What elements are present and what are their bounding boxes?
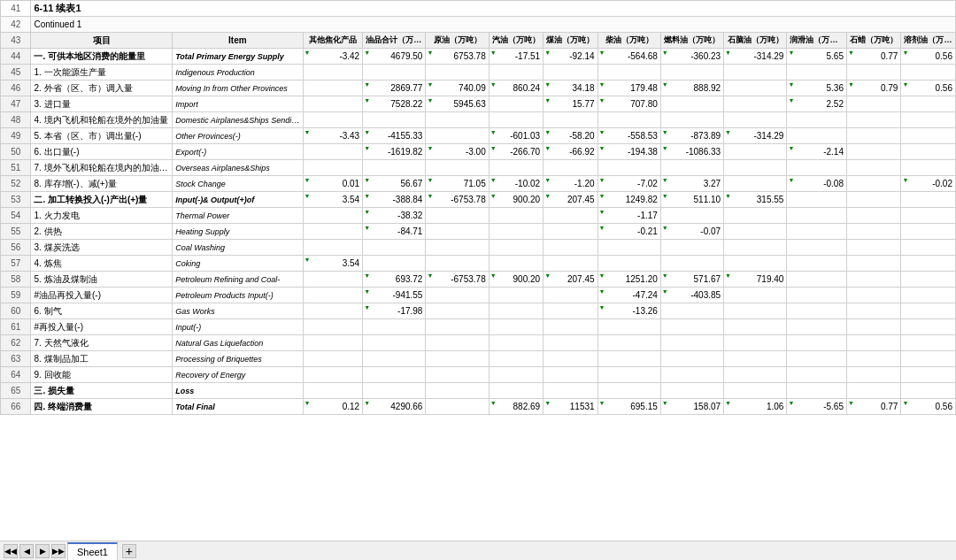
data-cell: [724, 65, 787, 81]
item-en: Recovery of Energy: [173, 367, 303, 383]
item-cn: 3. 煤炭洗选: [31, 240, 173, 256]
data-cell: [544, 208, 598, 224]
data-cell: [724, 240, 787, 256]
table-row: 528. 库存增(-)、减(+)量Stock Change0.01▼56.67▼…: [1, 176, 956, 192]
title-cell: 6-11 续表1: [31, 1, 956, 17]
nav-last-button[interactable]: ▶▶: [51, 544, 66, 558]
data-cell: [724, 144, 787, 160]
data-cell: [901, 192, 956, 208]
table-row: 462. 外省（区、市）调入量Moving In from Other Prov…: [1, 81, 956, 96]
data-cell: -3.43▼: [303, 128, 363, 144]
item-en: Coking: [173, 256, 303, 272]
data-cell: 1.06▼: [724, 399, 787, 415]
data-cell: 3.54▼: [303, 192, 363, 208]
col-header-crude-oil: 原油（万吨）: [426, 33, 489, 49]
data-cell: [787, 240, 847, 256]
item-en: Petroleum Products Input(-): [173, 288, 303, 303]
data-cell: [724, 208, 787, 224]
data-cell: [426, 288, 489, 303]
data-cell: [426, 367, 489, 383]
data-cell: [846, 128, 900, 144]
data-cell: [426, 319, 489, 335]
data-cell: [303, 144, 363, 160]
data-cell: -564.68▼: [598, 49, 660, 65]
row-number-header: 43: [1, 33, 31, 49]
data-cell: [363, 240, 426, 256]
sheet-tab-label: Sheet1: [77, 547, 108, 557]
data-cell: [660, 240, 723, 256]
data-cell: [489, 112, 543, 128]
row-number: 47: [1, 96, 31, 112]
data-cell: [426, 224, 489, 240]
data-cell: [426, 351, 489, 367]
data-cell: [846, 383, 900, 399]
item-en: Input(-)& Output(+)of: [173, 192, 303, 208]
data-cell: 707.80▼: [598, 96, 660, 112]
data-cell: 34.18▼: [544, 81, 598, 96]
row-number: 45: [1, 65, 31, 81]
data-cell: 0.77▼: [846, 399, 900, 415]
table-row: 61 #再投入量(-)Input(-): [1, 319, 956, 335]
data-cell: [363, 65, 426, 81]
data-cell: 6753.78▼: [426, 49, 489, 65]
data-cell: [489, 367, 543, 383]
item-cn: 5. 炼油及煤制油: [31, 272, 173, 288]
data-cell: -6753.78▼: [426, 192, 489, 208]
data-cell: -3.00▼: [426, 144, 489, 160]
row-number: 64: [1, 367, 31, 383]
data-cell: 882.69▼: [489, 399, 543, 415]
nav-first-button[interactable]: ◀◀: [4, 544, 18, 558]
item-en: Input(-): [173, 319, 303, 335]
data-cell: [724, 160, 787, 176]
data-cell: [426, 383, 489, 399]
data-cell: -314.29▼: [724, 49, 787, 65]
data-cell: 0.56▼: [901, 81, 956, 96]
data-cell: -403.85▼: [660, 288, 723, 303]
data-cell: [426, 335, 489, 351]
nav-prev-button[interactable]: ◀: [19, 544, 34, 558]
header-row: 43 项目 Item 其他焦化产品 油品合计（万吨） 原油（万吨） 汽油（万吨）…: [1, 33, 956, 49]
data-cell: [363, 335, 426, 351]
table-row: 506. 出口量(-)Export(-)-1619.82▼-3.00▼-266.…: [1, 144, 956, 160]
col-header-oil-total: 油品合计（万吨）: [363, 33, 426, 49]
data-cell: [846, 272, 900, 288]
sheet-tab-sheet1[interactable]: Sheet1: [67, 542, 118, 560]
data-cell: 71.05▼: [426, 176, 489, 192]
item-cn: 7. 境外飞机和轮船在境内的加油量(-): [31, 160, 173, 176]
data-cell: -17.51▼: [489, 49, 543, 65]
data-cell: [426, 65, 489, 81]
data-cell: [724, 224, 787, 240]
data-cell: -1619.82▼: [363, 144, 426, 160]
data-cell: [787, 224, 847, 240]
data-cell: [660, 208, 723, 224]
item-cn: #再投入量(-): [31, 319, 173, 335]
data-cell: [303, 288, 363, 303]
item-cn: 1. 一次能源生产量: [31, 65, 173, 81]
data-cell: [544, 224, 598, 240]
data-cell: [544, 65, 598, 81]
data-cell: [303, 335, 363, 351]
data-cell: [363, 383, 426, 399]
data-cell: [660, 335, 723, 351]
data-cell: [787, 303, 847, 319]
table-row: 66四. 终端消费量Total Final0.12▼4290.66▼882.69…: [1, 399, 956, 415]
data-cell: [901, 351, 956, 367]
data-cell: [598, 160, 660, 176]
data-cell: [846, 335, 900, 351]
data-cell: [724, 303, 787, 319]
row-number: 60: [1, 303, 31, 319]
row-number: 56: [1, 240, 31, 256]
table-row: 585. 炼油及煤制油Petroleum Refining and Coal-6…: [1, 272, 956, 288]
table-row: 541. 火力发电Thermal Power-38.32▼-1.17▼: [1, 208, 956, 224]
data-cell: [544, 112, 598, 128]
item-en: Natural Gas Liquefaction: [173, 335, 303, 351]
add-sheet-button[interactable]: +: [122, 544, 136, 558]
nav-next-button[interactable]: ▶: [35, 544, 50, 558]
data-cell: 719.40▼: [724, 272, 787, 288]
data-cell: 0.79▼: [846, 81, 900, 96]
data-cell: -0.21▼: [598, 224, 660, 240]
table-row: 495. 本省（区、市）调出量(-)Other Provinces(-)-3.4…: [1, 128, 956, 144]
data-cell: [660, 383, 723, 399]
data-cell: [303, 160, 363, 176]
data-cell: 1251.20▼: [598, 272, 660, 288]
